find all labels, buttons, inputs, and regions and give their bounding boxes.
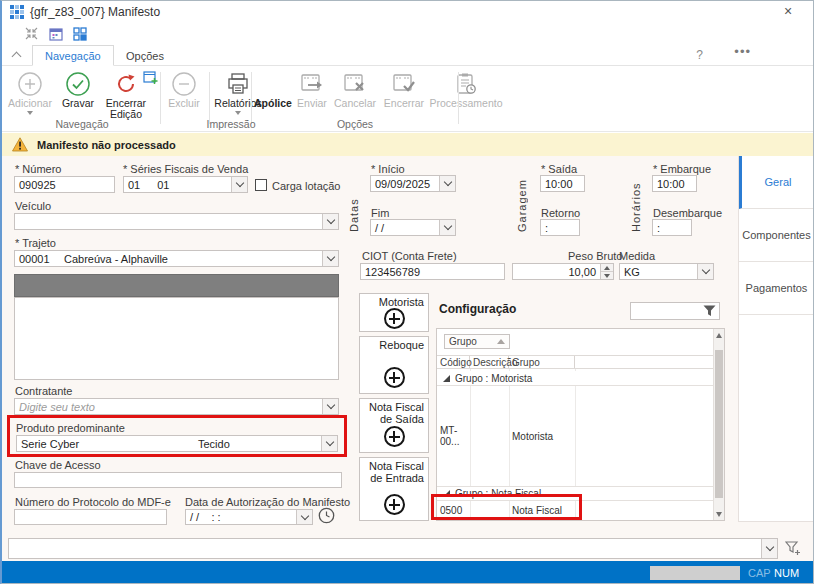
saida-input[interactable]: 10:00 — [540, 175, 585, 192]
contratante-combo[interactable]: Digite seu texto — [14, 398, 339, 415]
apolice-button[interactable]: Apólice — [255, 69, 291, 109]
table-row[interactable]: MT-00... Motorista — [437, 386, 713, 487]
retorno-input[interactable]: : — [540, 219, 580, 236]
group-opcoes: Apólice Enviar Cancelar Encerrar — [255, 69, 501, 109]
add-motorista-button[interactable]: Motorista — [359, 293, 429, 332]
quick-access-toolbar — [24, 26, 87, 41]
column-header-grupo[interactable]: Grupo — [509, 356, 575, 368]
chevron-down-icon[interactable] — [231, 177, 247, 192]
ciot-input[interactable]: 123456789 — [360, 263, 505, 280]
tab-opcoes[interactable]: Opções — [114, 45, 176, 66]
embarque-value: 10:00 — [657, 178, 685, 190]
series-label: * Séries Fiscais de Venda — [123, 163, 248, 175]
scrollbar-thumb[interactable] — [715, 350, 723, 498]
chevron-down-icon[interactable] — [322, 214, 338, 229]
dropdown-arrow-icon — [27, 111, 33, 115]
collapse-ribbon-icon[interactable] — [10, 50, 22, 60]
scroll-up-icon[interactable] — [714, 329, 724, 341]
calendar-icon[interactable] — [48, 26, 63, 41]
vertical-scrollbar[interactable] — [713, 329, 724, 520]
add-nota-fiscal-saida-label: Nota Fiscal de Saída — [364, 401, 424, 425]
more-options-icon[interactable]: ••• — [734, 44, 751, 59]
veiculo-label: Veículo — [15, 200, 51, 212]
status-bar: CAP NUM — [2, 561, 813, 584]
grid-header-bar — [14, 274, 339, 297]
trajeto-label: * Trajeto — [15, 237, 56, 249]
status-progress-box — [650, 566, 740, 580]
trajeto-combo[interactable]: 00001 Cabreúva - Alphaville — [14, 250, 339, 267]
tab-navegacao[interactable]: Navegação — [32, 45, 114, 66]
cell-codigo: MT-00... — [437, 386, 470, 486]
chevron-down-icon[interactable] — [296, 510, 312, 524]
chevron-down-icon[interactable] — [697, 264, 713, 279]
produto-label: Produto predominante — [16, 422, 125, 434]
group-label-opcoes: Opções — [255, 118, 455, 130]
table-row[interactable]: 0500 Nota Fiscal — [437, 501, 713, 519]
scroll-down-icon[interactable] — [714, 508, 724, 520]
tab-pagamentos[interactable]: Pagamentos — [739, 262, 814, 315]
spinner-up-icon[interactable] — [601, 264, 613, 271]
ribbon: Adicionar Gravar Encerrar Edição — [2, 67, 813, 132]
spinner[interactable] — [600, 264, 613, 279]
peso-bruto-input[interactable]: 10,00 — [512, 263, 614, 280]
close-button[interactable]: × — [779, 3, 797, 19]
saida-label: * Saída — [541, 163, 577, 175]
caps-lock-indicator: CAP — [748, 567, 771, 579]
empty-list-box[interactable] — [14, 297, 339, 380]
chevron-down-icon[interactable] — [322, 251, 338, 266]
plus-circle-icon — [384, 367, 405, 388]
medida-combo[interactable]: KG — [619, 263, 714, 280]
carga-lotacao-checkbox[interactable] — [255, 179, 267, 191]
group-row-motorista[interactable]: Grupo : Motorista — [437, 371, 713, 386]
bottom-combo[interactable] — [8, 538, 778, 559]
chevron-down-icon[interactable] — [761, 539, 777, 558]
chevron-down-icon[interactable] — [439, 220, 455, 235]
plus-circle-icon — [17, 70, 43, 98]
chave-input[interactable] — [14, 472, 342, 488]
datas-group-label: Datas — [348, 168, 360, 232]
add-reboque-button[interactable]: Reboque — [359, 336, 429, 394]
plus-circle-icon — [384, 308, 405, 329]
tab-componentes[interactable]: Componentes — [739, 209, 814, 262]
inicio-date-field[interactable]: 09/09/2025 — [370, 175, 456, 192]
column-header-empty — [575, 356, 713, 368]
grid-layout-icon[interactable] — [72, 26, 87, 41]
column-header-codigo[interactable]: Código — [437, 356, 470, 368]
peso-bruto-value: 10,00 — [568, 266, 596, 278]
add-nota-fiscal-entrada-button[interactable]: Nota Fiscal de Entrada — [359, 457, 429, 521]
chevron-down-icon[interactable] — [322, 399, 338, 414]
expand-icon[interactable] — [443, 490, 450, 497]
expand-icon[interactable] — [443, 375, 450, 382]
adicionar-label: Adicionar — [8, 98, 52, 109]
protocolo-input[interactable] — [14, 509, 167, 525]
add-nota-fiscal-entrada-label: Nota Fiscal de Entrada — [364, 460, 424, 484]
series-combo[interactable]: 01 01 — [123, 176, 248, 193]
copy-add-icon[interactable] — [143, 70, 158, 89]
chevron-down-icon[interactable] — [439, 176, 455, 191]
help-icon[interactable]: ? — [696, 48, 703, 62]
embarque-input[interactable]: 10:00 — [652, 175, 697, 192]
produto-combo[interactable]: Serie Cyber Tecido — [16, 435, 338, 452]
column-header-descricao[interactable]: Descrição — [470, 356, 509, 368]
group-by-chip[interactable]: Grupo — [444, 334, 510, 349]
group-row-nota-fiscal[interactable]: Grupo : Nota Fiscal — [437, 487, 713, 501]
garagem-group-label: Garagem — [516, 168, 528, 232]
processamento-label: Processamento — [430, 98, 503, 109]
data-autorizacao-field[interactable]: / / : : — [185, 509, 313, 525]
chevron-down-icon[interactable] — [321, 436, 337, 451]
clock-icon[interactable] — [318, 507, 335, 528]
funnel-add-icon[interactable] — [785, 541, 801, 560]
fim-date-field[interactable]: / / — [370, 219, 456, 236]
desembarque-input[interactable]: : — [652, 219, 692, 236]
spinner-down-icon[interactable] — [601, 271, 613, 279]
tab-geral[interactable]: Geral — [739, 156, 814, 209]
numero-input[interactable]: 090925 — [14, 176, 115, 193]
veiculo-combo[interactable] — [14, 213, 339, 230]
cancelar-label: Cancelar — [334, 98, 376, 109]
add-nota-fiscal-saida-button[interactable]: Nota Fiscal de Saída — [359, 398, 429, 453]
app-icon — [10, 5, 24, 19]
collapse-window-icon[interactable] — [24, 26, 39, 41]
gravar-button[interactable]: Gravar — [58, 69, 98, 120]
group-excluir: Excluir — [163, 69, 205, 109]
filter-input[interactable] — [630, 302, 720, 320]
